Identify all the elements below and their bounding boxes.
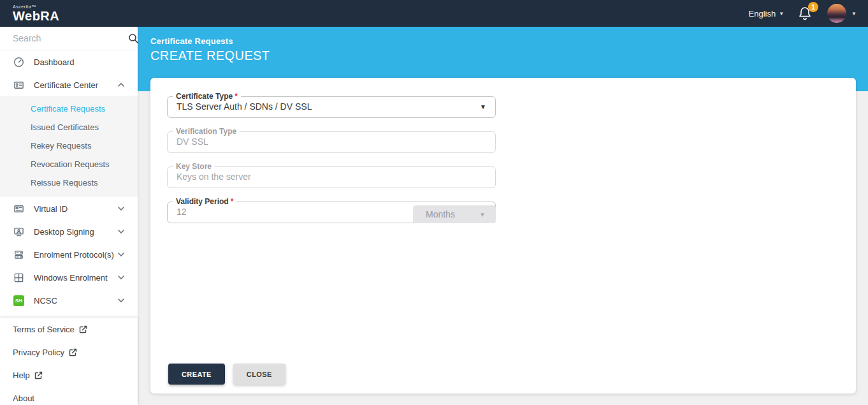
create-request-card: Certificate Type * TLS Server Auth / SDN… [150,78,856,394]
certificate-type-label: Certificate Type [176,92,233,101]
sidebar-item-virtual-id[interactable]: Virtual ID [0,197,138,220]
sidebar-item-label: Windows Enrolment [34,273,117,283]
chevron-down-icon [117,251,125,258]
subitem-label: Certificate Requests [31,104,105,114]
brand-product: WebRA [13,9,59,23]
desktop-signing-icon [13,226,24,237]
enrolment-protocols-icon [13,249,24,260]
terms-of-service-link[interactable]: Terms of Service [0,318,138,341]
external-link-icon [34,371,43,379]
sidebar-item-label: Enrolment Protocol(s) [34,250,117,260]
footer-link-label: About [13,394,34,403]
required-asterisk: * [231,198,234,206]
field-label: Verification Type [173,128,240,136]
field-label: Key Store [173,163,215,171]
close-button[interactable]: CLOSE [233,364,286,385]
certificate-type-field[interactable]: Certificate Type * TLS Server Auth / SDN… [167,92,496,118]
footer-link-label: Help [13,371,30,380]
subitem-label: Reissue Requests [31,178,98,188]
create-button[interactable]: CREATE [168,364,225,385]
breadcrumb: Certificate Requests [150,36,868,46]
sidebar-item-label: Certificate Center [34,80,117,90]
privacy-policy-link[interactable]: Privacy Policy [0,341,138,364]
validity-period-field[interactable]: Validity Period * 12 Months ▼ [167,198,496,223]
language-label: English [749,9,776,18]
page-title: CREATE REQUEST [150,48,868,63]
key-store-label: Key Store [176,163,212,171]
chevron-down-icon [117,205,125,212]
sidebar-subitem-reissue-requests[interactable]: Reissue Requests [0,173,138,192]
sidebar-item-desktop-signing[interactable]: Desktop Signing [0,220,138,243]
sidebar-item-enrolment-protocols[interactable]: Enrolment Protocol(s) [0,243,138,266]
topbar: Ascertia™ WebRA English ▼ 1 ▼ [0,0,868,27]
key-store-value: Keys on the server [177,172,251,182]
dropdown-arrow-icon[interactable]: ▼ [480,103,486,110]
form-actions: CREATE CLOSE [168,364,286,385]
certificate-center-submenu: Certificate Requests Issued Certificates… [0,96,138,197]
brand-company: Ascertia™ [13,4,59,9]
subitem-label: Revocation Requests [31,159,110,169]
sidebar: Dashboard Certificate Center Certificate… [0,27,138,405]
virtual-id-icon [13,203,24,214]
sidebar-item-label: NCSC [34,296,117,306]
footer-link-label: Privacy Policy [13,348,64,357]
topbar-actions: English ▼ 1 ▼ [749,4,868,23]
sidebar-footer: Terms of Service Privacy Policy Help [0,318,138,405]
chevron-down-icon [117,228,125,235]
app-logo: Ascertia™ WebRA [0,4,59,22]
about-link[interactable]: About [0,387,138,405]
sidebar-subitem-rekey-requests[interactable]: Rekey Requests [0,136,138,155]
language-selector[interactable]: English ▼ [749,9,785,18]
validity-period-label: Validity Period [176,198,229,206]
notification-badge: 1 [808,2,818,12]
sidebar-subitem-revocation-requests[interactable]: Revocation Requests [0,155,138,173]
sidebar-subitem-issued-certificates[interactable]: Issued Certificates [0,118,138,136]
sidebar-item-ncsc[interactable]: SH NCSC [0,289,138,312]
sh-logo-badge: SH [13,295,24,306]
validity-unit-value: Months [426,209,455,219]
sidebar-item-label: Desktop Signing [34,227,117,237]
help-link[interactable]: Help [0,364,138,387]
sidebar-item-windows-enrolment[interactable]: Windows Enrolment [0,266,138,289]
chevron-down-icon: ▼ [851,11,857,17]
sidebar-search [0,27,138,50]
verification-type-field: Verification Type DV SSL [167,128,496,153]
external-link-icon [69,348,77,357]
chevron-down-icon [117,297,125,304]
subitem-label: Rekey Requests [31,141,91,151]
sidebar-item-label: Virtual ID [34,204,117,214]
chevron-up-icon [117,81,125,89]
certificate-type-value: TLS Server Auth / SDNs / DV SSL [177,101,312,112]
sidebar-item-label: Dashboard [34,57,125,67]
field-label: Validity Period * [173,198,236,206]
verification-type-label: Verification Type [176,128,236,136]
notifications-button[interactable]: 1 [798,6,813,21]
search-input[interactable] [13,33,128,43]
chevron-down-icon: ▼ [779,11,784,17]
chevron-down-icon [117,274,125,281]
sidebar-item-dashboard[interactable]: Dashboard [0,50,138,73]
field-label: Certificate Type * [173,92,241,101]
external-link-icon [79,325,87,334]
ncsc-icon: SH [13,295,24,306]
certificate-center-icon [13,79,24,91]
validity-period-value[interactable]: 12 [177,207,187,217]
sidebar-subitem-certificate-requests[interactable]: Certificate Requests [0,99,138,118]
validity-unit-select: Months ▼ [413,205,496,223]
footer-link-label: Terms of Service [13,325,75,334]
dashboard-icon [13,56,24,68]
required-asterisk: * [235,92,238,101]
windows-enrolment-icon [13,272,24,283]
main-content: Certificate Requests CREATE REQUEST Cert… [138,27,868,405]
sidebar-nav: Dashboard Certificate Center Certificate… [0,50,138,318]
subitem-label: Issued Certificates [31,122,99,132]
verification-type-value: DV SSL [177,136,208,147]
search-icon[interactable] [128,33,139,44]
user-menu[interactable]: ▼ [827,4,857,23]
dropdown-arrow-icon: ▼ [479,211,486,218]
key-store-field: Key Store Keys on the server [167,163,496,188]
avatar [827,4,846,23]
sidebar-item-certificate-center[interactable]: Certificate Center [0,73,138,96]
